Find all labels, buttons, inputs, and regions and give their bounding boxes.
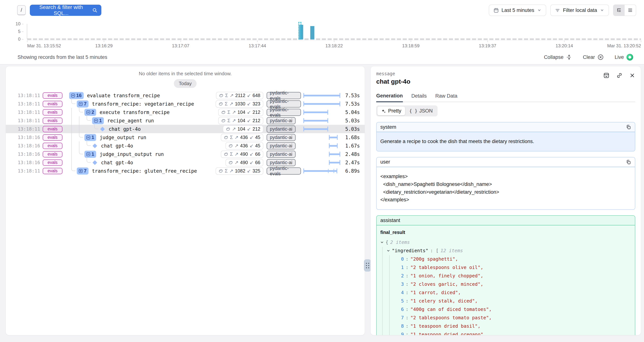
otel-scope-tag[interactable]: pydantic-ai — [267, 142, 296, 150]
search-button[interactable]: Search & filter with SQL... — [30, 5, 101, 16]
otel-scope-tag[interactable]: pydantic-ai — [267, 134, 296, 141]
trace-row[interactable]: 13:18:16evals1judge_input_output runΣ↗49… — [6, 150, 365, 158]
otel-scope-tag[interactable]: pydantic-evals — [267, 92, 301, 99]
token-coin-icon — [218, 169, 223, 173]
leaf-span-icon — [100, 127, 105, 131]
otel-scope-tag[interactable]: pydantic-ai — [267, 151, 296, 158]
otel-scope-tag[interactable]: pydantic-ai — [267, 117, 296, 124]
trace-row[interactable]: 13:18:16evalschat gpt-4o↗490↙66pydantic-… — [6, 158, 365, 167]
copy-user-button[interactable] — [626, 160, 631, 165]
evals-badge[interactable]: evals — [43, 168, 62, 174]
expand-collapse-chip[interactable]: 1 — [84, 134, 96, 141]
copy-system-button[interactable] — [626, 124, 631, 130]
evals-badge[interactable]: evals — [43, 118, 62, 124]
evals-badge[interactable]: evals — [43, 126, 62, 132]
list-view-button[interactable] — [624, 5, 636, 16]
time-range-button[interactable]: Last 5 minutes — [489, 4, 546, 16]
token-usage-cell: Σ↗1030↙323 — [212, 100, 263, 108]
tree-guide-line — [71, 133, 72, 142]
evals-badge[interactable]: evals — [43, 134, 62, 141]
trace-row[interactable]: 13:18:11evals2execute transform_recipeΣ↗… — [6, 108, 365, 116]
close-detail-button[interactable] — [629, 72, 635, 78]
evals-badge[interactable]: evals — [43, 92, 62, 99]
panel-resize-handle[interactable] — [364, 259, 371, 272]
tree-elbow-line — [71, 98, 76, 104]
expand-collapse-chip[interactable]: 1 — [84, 151, 96, 158]
tree-view-button[interactable] — [614, 5, 624, 16]
span-duration: 2.47s — [340, 160, 360, 166]
otel-scope-tag[interactable]: pydantic-evals — [267, 100, 301, 108]
output-tokens-count: 66 — [255, 152, 260, 157]
collapse-chevron-icon[interactable] — [380, 241, 384, 244]
list-view-icon — [628, 8, 633, 13]
detail-panel: message chat gpt-4o — [370, 66, 641, 335]
record-kind-label: message — [376, 71, 410, 76]
span-name: evaluate transform_recipe — [87, 93, 160, 98]
trace-row[interactable]: 13:18:11evals7transform_recipe: gluten_f… — [6, 167, 365, 175]
chevron-down-icon — [537, 8, 542, 13]
today-pill[interactable]: Today — [174, 79, 196, 88]
drag-dots-icon — [366, 263, 369, 268]
row-timestamp: 13:18:16 — [18, 160, 40, 165]
link-icon — [616, 72, 622, 78]
tab-generation[interactable]: Generation — [376, 93, 403, 102]
histogram-plot[interactable]: Mar 31. 13:15:5213:16:2913:17:0713:17:44… — [27, 24, 641, 39]
x-axis-tick — [411, 40, 411, 42]
copy-link-button[interactable] — [616, 72, 622, 78]
expand-collapse-chip[interactable]: 16 — [69, 92, 84, 99]
dock-panel-button[interactable] — [603, 72, 610, 78]
trace-row[interactable]: 13:18:16evalschat gpt-4o↗436↙45pydantic-… — [6, 142, 365, 150]
output-tokens-count: 323 — [252, 101, 260, 106]
otel-scope-tag[interactable]: pydantic-evals — [267, 109, 301, 116]
trace-row[interactable]: 13:18:16evals1judge_output runΣ↗436↙45py… — [6, 133, 365, 142]
expand-collapse-chip[interactable]: 1 — [92, 117, 104, 124]
output-tokens-arrow-icon: ↙ — [250, 160, 254, 165]
x-axis-tick — [564, 40, 564, 42]
json-array-item: 8:"1 teaspoon dried basil", — [380, 322, 631, 330]
expand-collapse-chip[interactable]: 2 — [84, 109, 96, 116]
waterfall-bar — [304, 128, 328, 130]
filter-local-data-button[interactable]: Filter local data — [550, 4, 609, 16]
output-tokens-count: 212 — [252, 126, 260, 132]
trace-row[interactable]: 13:18:11evals16evaluate transform_recipe… — [6, 91, 365, 100]
dock-panel-icon — [603, 72, 610, 78]
tree-guide-line — [71, 150, 72, 158]
records-histogram: 0510 Mar 31. 13:15:5213:16:2913:17:0713:… — [0, 20, 644, 50]
otel-scope-tag[interactable]: pydantic-ai — [267, 126, 296, 133]
tree-elbow-line — [71, 165, 76, 171]
otel-scope-cell: pydantic-evals — [267, 109, 301, 116]
span-duration: 5.03s — [340, 118, 360, 124]
token-usage-cell: Σ↗490↙66 — [212, 150, 263, 158]
evals-badge[interactable]: evals — [43, 101, 62, 107]
otel-scope-tag[interactable]: pydantic-ai — [267, 159, 296, 166]
trace-row[interactable]: 13:18:11evalschat gpt-4o↗104↙212pydantic… — [6, 125, 365, 133]
tab-details[interactable]: Details — [412, 93, 427, 102]
clear-button[interactable]: Clear — [583, 54, 604, 60]
span-name: recipe_agent run — [107, 118, 154, 124]
input-tokens-count: 2112 — [235, 93, 246, 98]
trace-row[interactable]: 13:18:11evals1recipe_agent runΣ↗104↙212p… — [6, 116, 365, 125]
otel-scope-tag[interactable]: pydantic-evals — [267, 168, 301, 174]
json-item-string: "1 onion, finely chopped", — [410, 272, 483, 280]
pretty-view-option[interactable]: Pretty — [377, 106, 405, 115]
evals-badge[interactable]: evals — [43, 109, 62, 116]
collapse-chevron-icon[interactable] — [387, 249, 390, 252]
x-axis-tick-label: Mar 31. 13:20:52 — [607, 43, 641, 48]
trace-row[interactable]: 13:18:11evals7transform_recipe: vegetari… — [6, 100, 365, 108]
tab-raw-data[interactable]: Raw Data — [435, 93, 458, 102]
live-toggle[interactable]: Live — [614, 54, 633, 60]
slash-shortcut-key[interactable]: / — [17, 5, 26, 15]
otel-scope-cell: pydantic-evals — [267, 100, 301, 108]
json-view-option[interactable]: { } JSON — [406, 106, 436, 115]
evals-badge[interactable]: evals — [43, 143, 62, 149]
histogram-bar[interactable] — [310, 26, 314, 39]
evals-badge[interactable]: evals — [43, 151, 62, 158]
collapse-button[interactable]: Collapse — [544, 54, 572, 60]
tree-elbow-line — [79, 132, 83, 138]
expand-collapse-chip[interactable]: 7 — [77, 168, 88, 174]
pretty-label: Pretty — [388, 108, 402, 114]
evals-badge[interactable]: evals — [43, 160, 62, 166]
token-usage-cell: Σ↗1082↙325 — [212, 167, 263, 175]
expand-collapse-chip[interactable]: 7 — [77, 100, 88, 108]
no-older-items-notice: No older items in the selected time wind… — [6, 71, 365, 76]
